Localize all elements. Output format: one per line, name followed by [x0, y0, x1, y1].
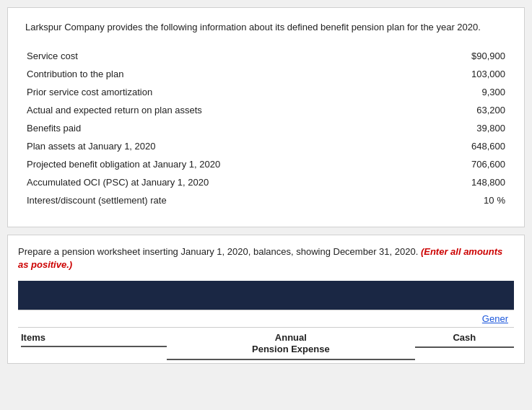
col-cash: Cash [415, 332, 514, 361]
row-value: $90,900 [339, 47, 507, 65]
row-value: 9,300 [339, 83, 507, 101]
table-row: Service cost$90,900 [25, 47, 507, 65]
row-value: 10% [339, 191, 507, 209]
percent-sign: % [497, 195, 505, 206]
row-value: 148,800 [339, 173, 507, 191]
instruction-text: Prepare a pension worksheet inserting Ja… [18, 245, 514, 271]
data-table: Service cost$90,900Contribution to the p… [25, 47, 507, 209]
col-items: Items [18, 332, 167, 361]
pension-col-label-line2: Pension Expense [167, 344, 415, 356]
row-label: Contribution to the plan [25, 65, 339, 83]
row-label: Service cost [25, 47, 339, 65]
intro-text: Larkspur Company provides the following … [25, 21, 507, 34]
worksheet-header [18, 281, 514, 310]
row-label: Prior service cost amortization [25, 83, 339, 101]
row-label: Accumulated OCI (PSC) at January 1, 2020 [25, 173, 339, 191]
table-row: Prior service cost amortization9,300 [25, 83, 507, 101]
page-wrapper: Larkspur Company provides the following … [0, 7, 532, 364]
table-row: Plan assets at January 1, 2020648,600 [25, 137, 507, 155]
instruction-plain: Prepare a pension worksheet inserting Ja… [18, 246, 421, 257]
cash-underline [415, 346, 514, 348]
row-label: Actual and expected return on plan asset… [25, 101, 339, 119]
info-card: Larkspur Company provides the following … [7, 7, 525, 227]
cash-col-label: Cash [415, 332, 514, 344]
row-label: Projected benefit obligation at January … [25, 155, 339, 173]
row-value: 648,600 [339, 137, 507, 155]
row-number: 10 [484, 195, 494, 206]
items-col-label: Items [21, 332, 167, 343]
col-pension: Annual Pension Expense [167, 332, 415, 361]
table-row: Actual and expected return on plan asset… [25, 101, 507, 119]
row-label: Interest/discount (settlement) rate [25, 191, 339, 209]
table-row: Benefits paid39,800 [25, 119, 507, 137]
table-row: Contribution to the plan103,000 [25, 65, 507, 83]
table-row: Accumulated OCI (PSC) at January 1, 2020… [25, 173, 507, 191]
pension-col-label-line1: Annual [167, 332, 415, 344]
row-label: Benefits paid [25, 119, 339, 137]
pension-underline [167, 359, 415, 360]
items-underline [21, 346, 167, 347]
row-value: 39,800 [339, 119, 507, 137]
bottom-section: Prepare a pension worksheet inserting Ja… [7, 235, 525, 364]
row-label: Plan assets at January 1, 2020 [25, 137, 339, 155]
table-row: Projected benefit obligation at January … [25, 155, 507, 173]
row-value: 706,600 [339, 155, 507, 173]
table-row: Interest/discount (settlement) rate10% [25, 191, 507, 209]
worksheet-columns: Items Annual Pension Expense Cash [18, 327, 514, 364]
general-link[interactable]: Gener [482, 313, 508, 324]
worksheet-subheader: Gener [18, 310, 514, 327]
row-value: 103,000 [339, 65, 507, 83]
row-value: 63,200 [339, 101, 507, 119]
